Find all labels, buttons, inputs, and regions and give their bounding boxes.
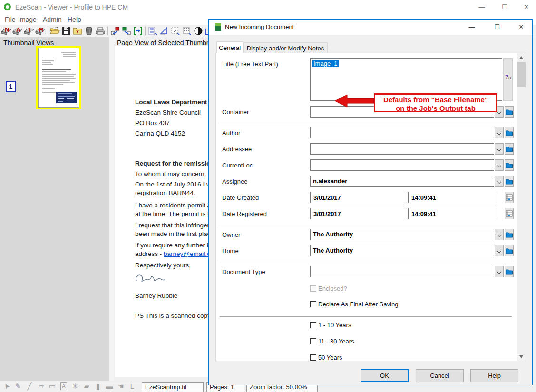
main-titlebar: EzeScan - Viewer - Profile to HPE CM — ☐… — [0, 0, 536, 14]
spell-check-button[interactable]: ? a — [503, 58, 513, 101]
home-label: Home — [222, 247, 239, 255]
scan-rescan-icon[interactable]: R — [35, 26, 46, 36]
folder-icon — [505, 107, 513, 117]
chevron-down-icon — [497, 147, 501, 151]
help-button[interactable]: Help — [470, 369, 518, 382]
calendar-icon — [505, 192, 513, 203]
years-1-10-label: 1 - 10 Years — [318, 322, 351, 329]
assignee-dropdown-button[interactable] — [495, 176, 504, 187]
eraser-tool-icon: ▰ — [81, 382, 92, 391]
addressee-lookup-button[interactable] — [505, 143, 514, 155]
tab-general[interactable]: General — [216, 41, 243, 53]
date-registered-date-input[interactable]: 3/01/2017 — [310, 208, 407, 219]
owner-input[interactable]: The Authority — [310, 229, 494, 240]
cancel-button[interactable]: Cancel — [416, 369, 464, 382]
document-type-dropdown-button[interactable] — [495, 266, 504, 277]
author-dropdown-button[interactable] — [495, 127, 504, 138]
despeckle-white-icon[interactable] — [182, 26, 192, 36]
menu-image[interactable]: Image — [16, 15, 39, 24]
svg-text:I: I — [29, 26, 31, 33]
title-value-selected[interactable]: Image_1 — [312, 60, 339, 67]
callout-line2: on the Job's Output tab — [375, 104, 496, 113]
thumbnail-scrollbar[interactable] — [109, 37, 114, 381]
home-dropdown-button[interactable] — [495, 245, 504, 256]
scan-new-icon[interactable]: N — [1, 26, 11, 36]
delete-page-icon[interactable] — [84, 26, 94, 36]
print-icon[interactable] — [95, 26, 106, 36]
years-11-30-label: 11 - 30 Years — [318, 338, 354, 345]
date-created-label: Date Created — [222, 194, 259, 201]
checkbox-icon[interactable] — [310, 322, 316, 328]
open-file-icon[interactable] — [49, 26, 60, 36]
addressee-label: Addressee — [222, 146, 252, 153]
callout-arrow-icon — [335, 94, 374, 108]
despeckle-black-icon[interactable] — [170, 26, 181, 36]
home-lookup-button[interactable] — [505, 245, 514, 256]
save-file-icon[interactable] — [61, 26, 71, 36]
select-tool-icon: ➤ — [0, 379, 13, 392]
document-type-input[interactable] — [310, 266, 494, 277]
checkbox-icon[interactable] — [310, 338, 316, 344]
home-input[interactable]: The Authority — [310, 245, 494, 256]
currentloc-dropdown-button[interactable] — [495, 159, 504, 171]
currentloc-input[interactable] — [310, 159, 494, 171]
move-page-back-icon[interactable] — [110, 26, 120, 36]
doc-line: If you require any further in — [135, 242, 212, 249]
addressee-input[interactable] — [310, 143, 494, 155]
minimize-button[interactable]: — — [475, 2, 489, 12]
scrollbar-thumb[interactable] — [517, 62, 526, 87]
callout-line1: Defaults from "Base Filename" — [375, 96, 496, 104]
menu-file[interactable]: File — [3, 15, 18, 24]
rotate-page-icon[interactable] — [133, 26, 143, 36]
highlight-tool-icon: ▮ — [92, 382, 104, 391]
rectangle-tool-icon: ▭ — [47, 382, 58, 391]
close-button[interactable]: ✕ — [519, 2, 534, 12]
deskew-icon[interactable] — [147, 26, 158, 36]
checkbox-icon[interactable] — [310, 301, 316, 307]
doc-line: registration BARN44. — [135, 189, 195, 196]
menu-help[interactable]: Help — [66, 15, 83, 24]
assignee-lookup-button[interactable] — [505, 176, 514, 187]
author-lookup-button[interactable] — [505, 127, 514, 138]
scan-insert-icon[interactable]: I — [24, 26, 34, 36]
dialog-minimize-button[interactable]: — — [464, 22, 479, 32]
date-registered-calendar-button[interactable] — [505, 208, 514, 219]
scroll-down-button[interactable] — [517, 353, 526, 361]
crop-icon[interactable] — [159, 26, 169, 36]
assignee-input[interactable]: n.alexander — [310, 176, 494, 187]
date-created-date-input[interactable]: 3/01/2017 — [310, 192, 407, 203]
author-input[interactable] — [310, 127, 494, 138]
contrast-icon[interactable] — [193, 26, 204, 36]
menu-admin[interactable]: Admin — [41, 15, 64, 24]
svg-text:x: x — [76, 29, 79, 34]
date-registered-time-input[interactable]: 14:09:41 — [408, 208, 495, 219]
tab-display-modify-notes[interactable]: Display and/or Modify Notes — [243, 42, 328, 53]
maximize-button[interactable]: ☐ — [497, 2, 512, 12]
move-page-forward-icon[interactable] — [121, 26, 132, 36]
line-tool-icon: ╱ — [24, 382, 35, 391]
page-number-badge[interactable]: 1 — [6, 81, 16, 92]
container-lookup-button[interactable] — [505, 106, 514, 118]
dialog-scrollbar[interactable] — [517, 53, 526, 361]
owner-lookup-button[interactable] — [505, 229, 514, 240]
folder-icon — [505, 127, 513, 138]
ok-button[interactable]: OK — [361, 369, 409, 382]
date-created-calendar-button[interactable] — [505, 192, 514, 203]
doc-line: PO Box 437 — [135, 119, 170, 127]
chevron-down-icon — [497, 179, 501, 184]
checkbox-icon[interactable] — [310, 354, 316, 361]
date-created-time-input[interactable]: 14:09:41 — [408, 192, 495, 203]
dialog-close-button[interactable]: ✕ — [514, 22, 529, 32]
owner-dropdown-button[interactable] — [495, 229, 504, 240]
folder-icon — [505, 160, 513, 170]
currentloc-lookup-button[interactable] — [505, 159, 514, 171]
dialog-maximize-button[interactable]: ☐ — [489, 22, 505, 32]
scroll-up-button[interactable] — [517, 53, 526, 61]
thumbnail-page-1[interactable] — [36, 46, 81, 109]
owner-label: Owner — [222, 231, 240, 238]
addressee-dropdown-button[interactable] — [495, 143, 504, 155]
document-type-lookup-button[interactable] — [505, 266, 514, 277]
close-file-icon[interactable]: x — [72, 26, 83, 36]
author-label: Author — [222, 129, 240, 137]
scan-append-icon[interactable]: A — [12, 26, 23, 36]
